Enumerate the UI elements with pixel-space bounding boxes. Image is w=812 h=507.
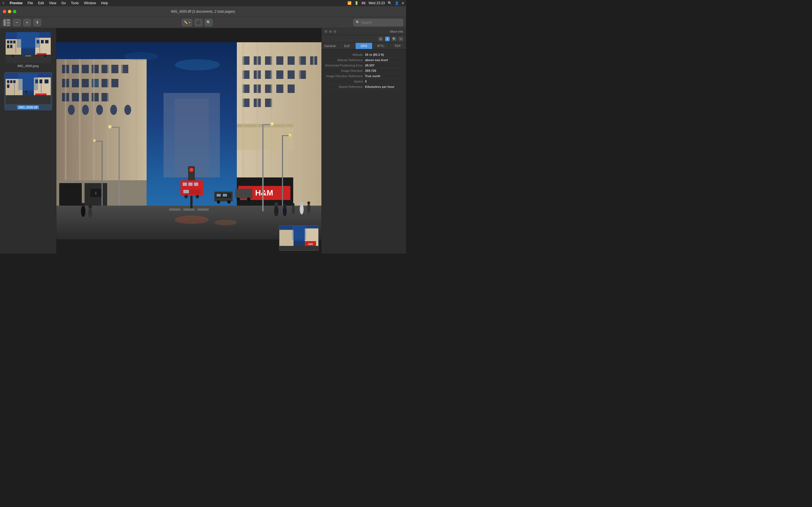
svg-rect-94 <box>288 70 295 79</box>
menu-edit[interactable]: Edit <box>38 1 45 5</box>
panel-dot-2[interactable] <box>329 30 332 33</box>
share-button[interactable]: ⬆ <box>33 19 41 26</box>
menu-help[interactable]: Help <box>100 1 109 5</box>
zoom-out-button[interactable]: − <box>13 19 21 26</box>
tab-iptc[interactable]: IPTC <box>372 43 389 49</box>
gps-row: Image Direction 359.726 <box>324 68 404 73</box>
svg-point-126 <box>108 125 112 128</box>
svg-rect-39 <box>18 73 38 90</box>
svg-point-168 <box>292 203 295 206</box>
panel-dot-3[interactable] <box>334 30 336 33</box>
gps-value: 28.507 <box>365 64 404 67</box>
svg-rect-8 <box>10 41 12 43</box>
svg-rect-1 <box>7 19 10 21</box>
gps-label: Altitude Reference <box>324 58 365 62</box>
svg-rect-60 <box>111 79 118 87</box>
battery-icon: 🔋 <box>354 1 359 5</box>
edit-icon-btn[interactable]: ✏ <box>399 37 403 41</box>
svg-point-169 <box>300 204 304 214</box>
search-input[interactable] <box>361 20 401 24</box>
menu-list-icon[interactable]: ≡ <box>402 1 404 5</box>
toolbar: − + ⬆ ✏️ ▾ ⬛ 🔍 🔍 <box>0 17 406 28</box>
gps-row: Speed 0 <box>324 79 404 84</box>
svg-rect-28 <box>7 80 9 83</box>
thumbnail-label-1: IMG_4000.jpeg <box>17 64 39 68</box>
preview-window: IMG_4000.tiff (2 documents, 2 total page… <box>0 6 406 253</box>
menu-preview[interactable]: Preview <box>9 1 23 5</box>
menu-go[interactable]: Go <box>61 1 66 5</box>
svg-point-164 <box>274 202 278 206</box>
titlebar: IMG_4000.tiff (2 documents, 2 total page… <box>0 6 406 17</box>
gps-value: 359.726 <box>365 69 404 72</box>
svg-point-139 <box>190 172 193 176</box>
zoom-in-button[interactable]: + <box>23 19 31 26</box>
svg-rect-119 <box>169 209 181 211</box>
tab-general[interactable]: General <box>322 43 339 49</box>
svg-point-161 <box>88 208 92 218</box>
svg-point-170 <box>300 202 303 205</box>
thumbnail-item-2[interactable]: H&M IMG_4000.tiff <box>4 72 52 110</box>
sidebar-toggle-button[interactable] <box>3 19 11 26</box>
svg-rect-10 <box>7 45 9 48</box>
svg-rect-181 <box>280 246 319 251</box>
gps-label: Image Direction Reference <box>324 74 365 78</box>
menu-view[interactable]: View <box>49 1 57 5</box>
svg-rect-133 <box>282 135 283 206</box>
profile-icon[interactable]: 👤 <box>395 1 399 5</box>
search-info-icon-btn[interactable]: 🔍 <box>392 37 396 41</box>
svg-point-173 <box>175 59 220 70</box>
apple-menu[interactable]:  <box>2 1 4 5</box>
magnify-button[interactable]: 🔍 <box>205 19 213 26</box>
svg-point-75 <box>110 105 117 115</box>
tab-exif[interactable]: Exif <box>339 43 356 49</box>
markup-tool-button[interactable]: ✏️ ▾ <box>182 19 192 26</box>
thumbnail-item-1[interactable]: H&M IMG_4000.jpeg <box>4 31 52 69</box>
info-icon-btn[interactable]: ℹ <box>385 37 390 41</box>
tab-gps[interactable]: GPS <box>356 43 372 49</box>
svg-point-158 <box>247 198 250 201</box>
close-button[interactable] <box>3 10 6 13</box>
gps-label: Horizontal Positioning Error <box>324 64 365 67</box>
copy-icon-btn[interactable]: ⊞ <box>378 37 383 41</box>
svg-rect-0 <box>4 19 6 25</box>
crop-button[interactable]: ⬛ <box>195 19 202 26</box>
svg-point-123 <box>214 220 237 225</box>
search-bar[interactable]: 🔍 <box>353 19 403 26</box>
maximize-button[interactable] <box>13 10 16 13</box>
svg-point-166 <box>283 204 287 207</box>
flag-icon: 🇬🇧 <box>361 1 366 5</box>
menu-file[interactable]: File <box>27 1 34 5</box>
clock: Wed 23:23 <box>368 1 385 5</box>
svg-rect-156 <box>236 189 252 199</box>
svg-rect-31 <box>7 84 9 88</box>
svg-rect-38 <box>6 95 51 104</box>
gps-row: Altitude Reference above sea level <box>324 57 404 63</box>
svg-rect-2 <box>7 22 10 24</box>
svg-point-174 <box>124 52 158 61</box>
svg-point-157 <box>237 198 240 201</box>
svg-rect-46 <box>175 99 209 177</box>
svg-rect-7 <box>7 41 9 43</box>
svg-rect-100 <box>288 84 295 93</box>
svg-point-148 <box>185 195 188 198</box>
gps-row: Horizontal Positioning Error 28.507 <box>324 63 404 68</box>
search-menubar-icon[interactable]: 🔍 <box>388 1 392 5</box>
svg-point-171 <box>307 204 310 213</box>
svg-rect-147 <box>183 190 189 193</box>
menu-tools[interactable]: Tools <box>70 1 80 5</box>
thumbnail-label-2: IMG_4000.tiff <box>17 105 39 109</box>
svg-rect-99 <box>276 84 283 93</box>
svg-rect-143 <box>183 182 187 186</box>
svg-rect-22 <box>40 43 40 53</box>
tab-tiff[interactable]: TIFF <box>389 43 406 49</box>
thumbnail-image-1: H&M <box>6 32 51 63</box>
gps-row: Image Direction Reference True north <box>324 73 404 79</box>
svg-rect-35 <box>45 79 49 83</box>
svg-rect-127 <box>101 141 103 206</box>
traffic-lights <box>3 10 16 13</box>
menu-window[interactable]: Window <box>84 1 97 5</box>
svg-rect-130 <box>262 124 264 211</box>
panel-dot-1[interactable] <box>324 30 327 33</box>
svg-point-140 <box>190 176 193 180</box>
minimize-button[interactable] <box>8 10 11 13</box>
